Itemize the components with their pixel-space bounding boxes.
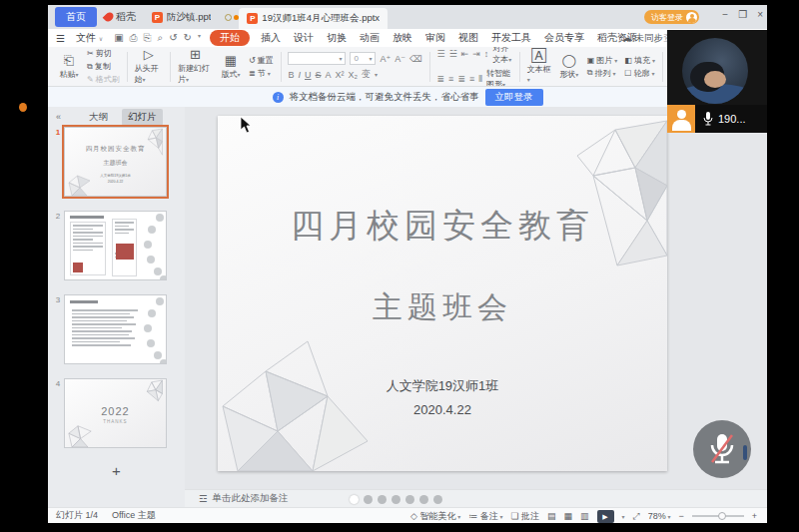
font-family-select[interactable]: ▾ — [288, 52, 346, 65]
columns-icon[interactable]: ⫴ — [478, 74, 482, 85]
line-spacing-icon[interactable]: ↕ — [484, 49, 489, 59]
menu-item-insert[interactable]: 插入 — [259, 30, 283, 46]
close-button[interactable]: × — [757, 9, 763, 20]
home-tab[interactable]: 首页 — [55, 7, 97, 27]
pager-dot-active[interactable] — [350, 495, 359, 504]
zoom-slider[interactable] — [692, 515, 744, 517]
theme-name[interactable]: Office 主题 — [112, 509, 156, 522]
conference-video-panel[interactable]: 190... — [667, 30, 767, 133]
fill-button[interactable]: ◧填充▾ — [624, 55, 655, 66]
pager-dot[interactable] — [378, 495, 387, 504]
zoom-out-button[interactable]: − — [678, 511, 683, 521]
normal-view-icon[interactable]: ▤ — [547, 511, 556, 521]
export-icon[interactable]: ⎙ — [130, 32, 138, 44]
slide-subtitle-date[interactable]: 2020.4.22 — [218, 402, 667, 417]
menu-item-slideshow[interactable]: 放映 — [391, 30, 414, 46]
copy-button[interactable]: ⧉复制 — [87, 61, 120, 72]
decrease-font-icon[interactable]: A⁻ — [395, 54, 405, 64]
number-list-icon[interactable]: ☱ — [449, 49, 457, 59]
pager-dot[interactable] — [405, 495, 414, 504]
guest-login-badge[interactable]: 访客登录 — [644, 10, 699, 24]
overlay-drag-handle[interactable] — [743, 445, 747, 460]
text-effect-button[interactable]: 变 — [362, 68, 371, 81]
slide-title-text-line2[interactable]: 主题班会 — [218, 287, 667, 328]
redo-icon[interactable]: ↻ — [184, 32, 192, 44]
layout-button[interactable]: ▦ 版式▾ — [216, 49, 246, 85]
slide-title-text[interactable]: 四月校园安全教育 — [218, 204, 667, 249]
fit-window-icon[interactable]: ⤢ — [633, 511, 640, 522]
collapse-panel-icon[interactable]: « — [56, 112, 61, 122]
paste-button[interactable]: ⎗ 粘贴▾ — [54, 49, 84, 85]
sync-status[interactable]: ☁ 未同步 — [622, 32, 663, 45]
maximize-button[interactable]: ❐ — [738, 9, 747, 20]
notes-bar[interactable]: ☲ 单击此处添加备注 — [185, 489, 767, 507]
bullet-list-icon[interactable]: ☰ — [437, 49, 445, 59]
menu-item-review[interactable]: 审阅 — [423, 30, 447, 46]
login-now-button[interactable]: 立即登录 — [485, 89, 543, 106]
tab-slides[interactable]: 幻灯片 — [122, 109, 163, 126]
print-icon[interactable]: ⎘ — [144, 32, 152, 44]
slide-thumbnail-4[interactable]: 4 2022 THANKS — [52, 378, 179, 448]
slideshow-play-button[interactable]: ▶ — [597, 510, 614, 523]
align-right-icon[interactable]: ≣ — [457, 74, 465, 84]
menu-item-view[interactable]: 视图 — [456, 30, 480, 46]
comment-button[interactable]: ❏ 批注 — [510, 510, 539, 523]
strikethrough-button[interactable]: S — [316, 70, 322, 80]
smart-beautify-button[interactable]: ◇ 智能美化 ▾ — [410, 510, 460, 523]
docer-tab[interactable]: 稻壳 — [97, 7, 144, 27]
font-color-button[interactable]: A — [326, 70, 332, 80]
subscript-button[interactable]: X₂ — [349, 70, 359, 80]
zoom-slider-knob[interactable] — [718, 512, 726, 520]
slide-thumbnail-2[interactable]: 2 — [52, 211, 179, 280]
arrange-button[interactable]: ⧉排列▾ — [587, 68, 618, 79]
to-smartart-button[interactable]: 转智能图形▾ — [486, 68, 512, 87]
play-from-start-button[interactable]: ▷ 从头开始▾ — [132, 49, 167, 85]
slide-subtitle-class[interactable]: 人文学院19汉师1班 — [218, 377, 667, 395]
outdent-icon[interactable]: ⇤ — [461, 49, 469, 59]
slide-thumbnail-3[interactable]: 3 — [52, 294, 179, 364]
align-text-button[interactable]: 对齐文本▾ — [492, 47, 512, 65]
menu-item-transition[interactable]: 切换 — [325, 30, 349, 46]
justify-icon[interactable]: ≡ — [469, 74, 474, 84]
menu-item-animation[interactable]: 动画 — [358, 30, 382, 46]
add-slide-button[interactable]: + — [48, 462, 185, 479]
slide-editing-area[interactable]: 四月校园安全教育 主题班会 人文学院19汉师1班 2020.4.22 — [185, 107, 767, 489]
cut-button[interactable]: ✂剪切 — [87, 48, 120, 59]
note-button[interactable]: ≔ 备注 ▾ — [468, 510, 502, 523]
zoom-in-button[interactable]: + — [752, 511, 757, 521]
pager-dot[interactable] — [364, 495, 373, 504]
clear-format-icon[interactable]: ⌫ — [409, 54, 422, 64]
tab-outline[interactable]: 大纲 — [83, 109, 114, 126]
minimize-button[interactable]: − — [722, 9, 728, 20]
picture-button[interactable]: ▣图片▾ — [587, 55, 618, 66]
align-left-icon[interactable]: ≣ — [437, 74, 445, 84]
undo-icon[interactable]: ↺ — [169, 32, 177, 44]
play-options-icon[interactable]: ▾ — [622, 513, 625, 520]
section-button[interactable]: ≣节▾ — [249, 68, 274, 79]
outline-button[interactable]: ☐轮廓▾ — [624, 68, 655, 79]
indent-icon[interactable]: ⇥ — [472, 49, 480, 59]
pager-dot[interactable] — [419, 495, 428, 504]
save-icon[interactable]: ▣ — [114, 32, 123, 44]
lightbulb-icon[interactable] — [225, 14, 232, 21]
slide-sorter-view-icon[interactable]: ▦ — [564, 511, 573, 521]
preview-icon[interactable]: ⌕ — [158, 32, 164, 44]
quickbar-more-icon[interactable]: ▾ — [198, 32, 201, 44]
bold-button[interactable]: B — [288, 70, 294, 80]
superscript-button[interactable]: X² — [336, 70, 345, 80]
reading-view-icon[interactable]: ▥ — [580, 511, 589, 521]
font-size-select[interactable]: 0▾ — [350, 52, 376, 65]
zoom-level[interactable]: 78% ▾ — [648, 511, 671, 521]
new-slide-button[interactable]: ⊞ 新建幻灯片▾ — [175, 49, 216, 85]
underline-button[interactable]: U — [305, 70, 312, 80]
pager-dot[interactable] — [433, 495, 442, 504]
align-center-icon[interactable]: ≡ — [448, 74, 453, 84]
menu-item-design[interactable]: 设计 — [292, 30, 316, 46]
menu-item-devtools[interactable]: 开发工具 — [489, 30, 533, 46]
menu-item-member[interactable]: 会员专享 — [542, 30, 586, 46]
reset-button[interactable]: ↺重置 — [249, 55, 274, 66]
document-tab-2-active[interactable]: P 19汉师1班4月心理班会.pptx — [239, 8, 388, 29]
file-menu[interactable]: 文件 ∨ — [74, 30, 105, 46]
current-slide-canvas[interactable]: 四月校园安全教育 主题班会 人文学院19汉师1班 2020.4.22 — [218, 116, 667, 471]
menu-item-home[interactable]: 开始 — [210, 30, 250, 46]
